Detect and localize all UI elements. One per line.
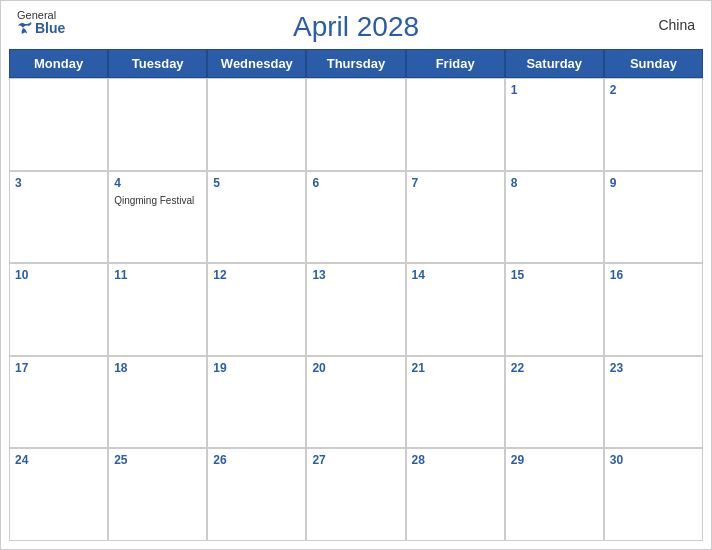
day-headers-row: MondayTuesdayWednesdayThursdayFridaySatu… [9, 49, 703, 78]
day-cell: 12 [207, 263, 306, 356]
logo-blue-text: Blue [17, 21, 65, 36]
day-cell: 16 [604, 263, 703, 356]
country-label: China [658, 17, 695, 33]
day-number: 23 [610, 361, 697, 375]
day-header-sunday: Sunday [604, 49, 703, 78]
day-cell: 4Qingming Festival [108, 171, 207, 264]
day-number: 24 [15, 453, 102, 467]
day-cell: 11 [108, 263, 207, 356]
day-number: 17 [15, 361, 102, 375]
week-row-5: 24252627282930 [9, 448, 703, 541]
day-number: 14 [412, 268, 499, 282]
day-cell [207, 78, 306, 171]
day-cell [306, 78, 405, 171]
day-cell: 9 [604, 171, 703, 264]
day-cell: 25 [108, 448, 207, 541]
day-cell: 8 [505, 171, 604, 264]
day-header-monday: Monday [9, 49, 108, 78]
day-cell: 29 [505, 448, 604, 541]
day-cell: 15 [505, 263, 604, 356]
day-cell: 30 [604, 448, 703, 541]
week-row-2: 34Qingming Festival56789 [9, 171, 703, 264]
logo-bird-icon [17, 22, 33, 36]
day-number: 11 [114, 268, 201, 282]
day-event: Qingming Festival [114, 195, 194, 206]
week-row-3: 10111213141516 [9, 263, 703, 356]
day-header-wednesday: Wednesday [207, 49, 306, 78]
day-cell: 13 [306, 263, 405, 356]
day-number: 25 [114, 453, 201, 467]
day-header-tuesday: Tuesday [108, 49, 207, 78]
day-number: 4 [114, 176, 201, 190]
day-cell: 10 [9, 263, 108, 356]
day-cell: 26 [207, 448, 306, 541]
day-cell [108, 78, 207, 171]
day-number: 7 [412, 176, 499, 190]
day-number: 13 [312, 268, 399, 282]
day-number: 18 [114, 361, 201, 375]
day-number: 29 [511, 453, 598, 467]
calendar-header: General Blue April 2028 China [1, 1, 711, 49]
day-header-thursday: Thursday [306, 49, 405, 78]
day-number: 10 [15, 268, 102, 282]
day-header-saturday: Saturday [505, 49, 604, 78]
day-cell: 1 [505, 78, 604, 171]
day-number: 28 [412, 453, 499, 467]
day-number: 30 [610, 453, 697, 467]
day-cell: 5 [207, 171, 306, 264]
day-number: 27 [312, 453, 399, 467]
day-cell: 3 [9, 171, 108, 264]
day-cell: 28 [406, 448, 505, 541]
day-cell: 22 [505, 356, 604, 449]
day-cell: 18 [108, 356, 207, 449]
day-cell: 17 [9, 356, 108, 449]
calendar-title: April 2028 [293, 11, 419, 43]
day-number: 22 [511, 361, 598, 375]
day-cell: 21 [406, 356, 505, 449]
day-cell: 27 [306, 448, 405, 541]
day-cell: 2 [604, 78, 703, 171]
day-number: 9 [610, 176, 697, 190]
day-cell: 14 [406, 263, 505, 356]
day-number: 2 [610, 83, 697, 97]
day-number: 26 [213, 453, 300, 467]
day-cell [406, 78, 505, 171]
day-number: 15 [511, 268, 598, 282]
day-cell: 6 [306, 171, 405, 264]
day-number: 1 [511, 83, 598, 97]
day-cell: 19 [207, 356, 306, 449]
day-number: 8 [511, 176, 598, 190]
week-row-4: 17181920212223 [9, 356, 703, 449]
day-header-friday: Friday [406, 49, 505, 78]
day-number: 21 [412, 361, 499, 375]
day-number: 5 [213, 176, 300, 190]
day-cell: 20 [306, 356, 405, 449]
day-number: 3 [15, 176, 102, 190]
day-cell [9, 78, 108, 171]
day-number: 12 [213, 268, 300, 282]
day-cell: 24 [9, 448, 108, 541]
day-cell: 7 [406, 171, 505, 264]
logo-area: General Blue [17, 9, 65, 36]
weeks-container: 1234Qingming Festival5678910111213141516… [9, 78, 703, 541]
day-number: 16 [610, 268, 697, 282]
day-number: 6 [312, 176, 399, 190]
day-cell: 23 [604, 356, 703, 449]
calendar-container: General Blue April 2028 China MondayTues… [0, 0, 712, 550]
day-number: 20 [312, 361, 399, 375]
day-number: 19 [213, 361, 300, 375]
calendar-grid: MondayTuesdayWednesdayThursdayFridaySatu… [1, 49, 711, 549]
week-row-1: 12 [9, 78, 703, 171]
